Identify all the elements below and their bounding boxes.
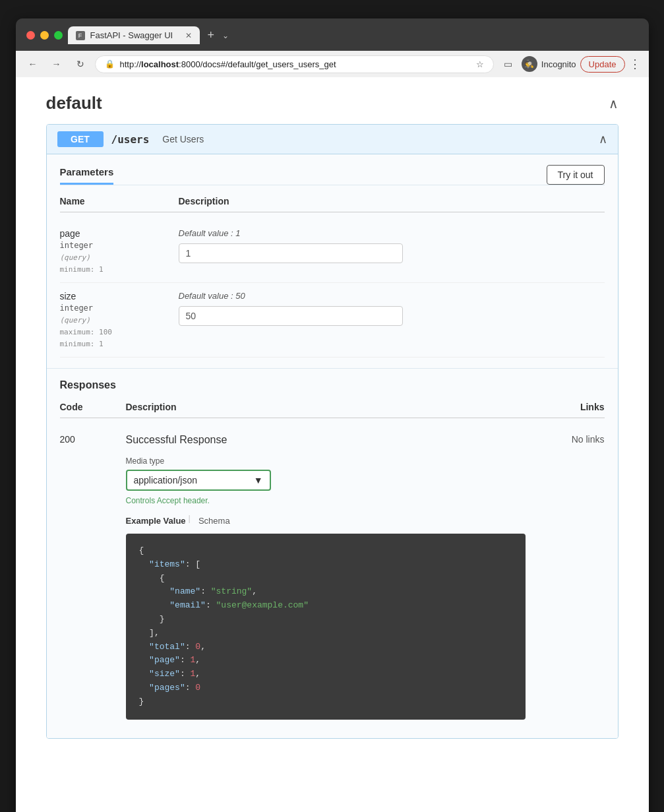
param-type-page: integer (60, 241, 94, 250)
address-url: http://localhost:8000/docs#/default/get_… (120, 59, 336, 69)
try-it-out-button[interactable]: Try it out (547, 165, 605, 185)
media-type-value: application/json (134, 475, 198, 485)
col-name-header: Name (60, 196, 179, 206)
section-title: default (46, 93, 102, 113)
col-links-header: Links (526, 402, 605, 412)
param-constraint-page: minimum: 1 (60, 265, 104, 274)
parameters-tab[interactable]: Parameters (60, 166, 114, 185)
title-bar: F FastAPI - Swagger UI ✕ + ⌄ (16, 18, 649, 51)
method-badge: GET (57, 131, 104, 147)
browser-window: F FastAPI - Swagger UI ✕ + ⌄ ← → ↻ 🔒 htt… (16, 18, 649, 812)
param-row-page: page integer (query) minimum: 1 Default … (60, 220, 605, 283)
param-desc-col-size: Default value : 50 (179, 291, 605, 349)
col-code-header: Code (60, 402, 126, 412)
close-button[interactable] (26, 31, 35, 40)
responses-title: Responses (60, 379, 605, 391)
param-input-page[interactable] (179, 243, 403, 263)
endpoint-collapse-icon[interactable]: ∧ (599, 132, 607, 146)
media-type-label: Media type (126, 456, 526, 466)
example-schema-tabs: Example Value | Schema (126, 513, 526, 528)
param-name-page: page (60, 228, 179, 239)
address-bar: ← → ↻ 🔒 http://localhost:8000/docs#/defa… (16, 51, 649, 77)
browser-actions: ▭ 🕵 Incognito Update ⋮ (499, 55, 641, 73)
section-collapse-icon[interactable]: ∧ (609, 96, 619, 111)
menu-button[interactable]: ⋮ (629, 57, 641, 71)
param-type-size: integer (60, 303, 94, 313)
params-tab-row: Parameters Try it out (60, 165, 605, 185)
forward-button[interactable]: → (47, 55, 66, 73)
responses-table-header: Code Description Links (60, 402, 605, 418)
parameters-table: Name Description page integer (query) mi… (60, 196, 605, 358)
param-desc-col-page: Default value : 1 (179, 228, 605, 274)
response-links: No links (526, 434, 605, 720)
param-location-size: (query) (60, 316, 90, 325)
endpoint-body: Parameters Try it out Name Description (47, 154, 618, 738)
response-row-200: 200 Successful Response Media type appli… (60, 426, 605, 728)
parameters-section: Parameters Try it out Name Description (47, 154, 618, 369)
response-code-200: 200 (60, 434, 126, 720)
param-default-page: Default value : 1 (179, 228, 605, 238)
tab-bar: F FastAPI - Swagger UI ✕ + ⌄ (68, 26, 229, 44)
lock-icon: 🔒 (105, 59, 115, 69)
tab-favicon: F (76, 31, 85, 40)
col-description-header: Description (179, 196, 605, 206)
minimize-button[interactable] (40, 31, 49, 40)
incognito-label: Incognito (541, 59, 576, 69)
response-desc-col-200: Successful Response Media type applicati… (126, 434, 526, 720)
controls-accept-text: Controls Accept header. (126, 496, 526, 505)
browser-tab-active[interactable]: F FastAPI - Swagger UI ✕ (68, 26, 200, 44)
example-value-tab[interactable]: Example Value (126, 513, 186, 528)
endpoint-header[interactable]: GET /users Get Users ∧ (47, 125, 618, 154)
refresh-button[interactable]: ↻ (71, 55, 90, 73)
cast-icon[interactable]: ▭ (499, 55, 518, 73)
endpoint-header-left: GET /users Get Users (57, 131, 204, 147)
maximize-button[interactable] (54, 31, 63, 40)
tab-close-button[interactable]: ✕ (185, 31, 192, 40)
param-row-size: size integer (query) maximum: 100minimum… (60, 283, 605, 358)
tab-divider: | (189, 513, 191, 528)
col-desc-header: Description (126, 402, 526, 412)
param-location-page: (query) (60, 253, 90, 262)
media-type-select[interactable]: application/json ▼ (126, 470, 271, 491)
schema-tab[interactable]: Schema (198, 513, 230, 528)
endpoint-box: GET /users Get Users ∧ Parameters Try it… (46, 124, 619, 739)
endpoint-summary: Get Users (162, 134, 204, 144)
page-content: default ∧ GET /users Get Users ∧ (16, 77, 649, 812)
params-table-header: Name Description (60, 196, 605, 212)
incognito-badge: 🕵 Incognito (522, 56, 576, 72)
back-button[interactable]: ← (24, 55, 42, 73)
response-description-200: Successful Response (126, 434, 526, 446)
code-block-json: { "items": [ { "name": "string", "email"… (126, 534, 526, 720)
window-controls: F FastAPI - Swagger UI ✕ + ⌄ (26, 26, 638, 44)
param-name-size: size (60, 291, 179, 301)
param-input-size[interactable] (179, 306, 403, 326)
param-name-col-size: size integer (query) maximum: 100minimum… (60, 291, 179, 349)
swagger-container: default ∧ GET /users Get Users ∧ (36, 77, 629, 755)
address-field[interactable]: 🔒 http://localhost:8000/docs#/default/ge… (95, 55, 494, 73)
endpoint-path: /users (111, 133, 150, 146)
section-header: default ∧ (46, 93, 619, 113)
responses-section: Responses Code Description Links 200 Suc… (47, 369, 618, 738)
tab-dropdown-button[interactable]: ⌄ (222, 31, 229, 40)
bookmark-icon[interactable]: ☆ (476, 59, 484, 69)
param-constraint-size: maximum: 100minimum: 1 (60, 328, 112, 348)
select-arrow-icon: ▼ (254, 475, 263, 485)
incognito-icon: 🕵 (522, 56, 537, 72)
update-button[interactable]: Update (580, 56, 625, 73)
new-tab-button[interactable]: + (202, 28, 220, 42)
param-default-size: Default value : 50 (179, 291, 605, 301)
tab-title: FastAPI - Swagger UI (90, 30, 173, 40)
param-name-col-page: page integer (query) minimum: 1 (60, 228, 179, 274)
